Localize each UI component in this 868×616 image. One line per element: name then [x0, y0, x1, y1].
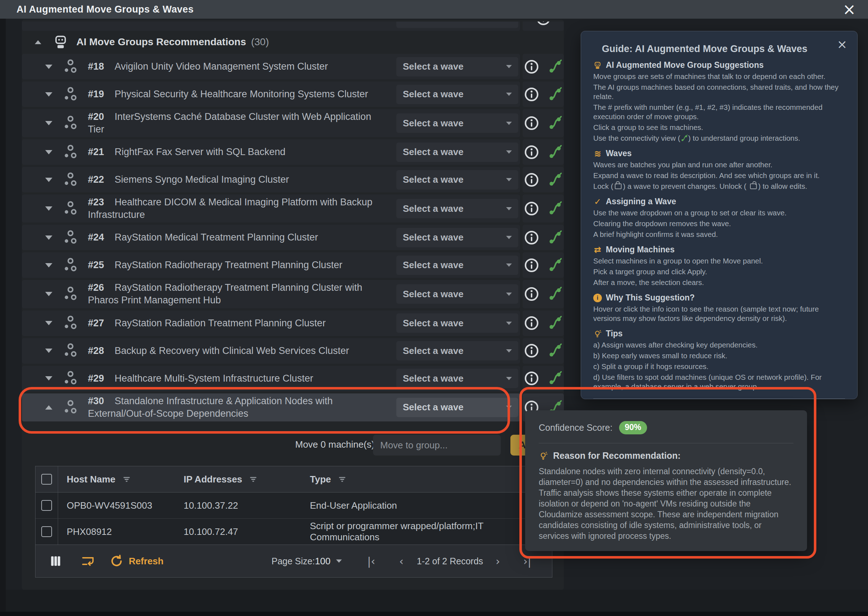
move-group-row[interactable]: #25 RayStation Radiotherapy Treatment Pl… [22, 252, 564, 278]
connectivity-icon[interactable] [547, 230, 563, 245]
filter-icon[interactable] [337, 474, 348, 485]
wave-select-dropdown[interactable]: Select a wave [396, 398, 518, 417]
info-icon[interactable] [524, 86, 539, 102]
move-group-label: #30 Standalone Infrastructure & Applicat… [88, 395, 396, 420]
wave-select-dropdown[interactable]: Select a wave [396, 341, 518, 360]
recommendations-header[interactable]: AI Move Groups Recommendations (30) [22, 34, 564, 50]
wave-select-dropdown[interactable]: Select a wave [396, 85, 518, 104]
expand-caret-icon[interactable] [45, 376, 53, 380]
expand-caret-icon[interactable] [45, 92, 53, 97]
info-icon[interactable] [524, 315, 539, 331]
guide-close-icon[interactable]: × [837, 37, 848, 51]
page-size-dropdown[interactable]: 100 [315, 556, 342, 567]
refresh-button[interactable]: Refresh [110, 554, 164, 568]
guide-section: ⇄Moving MachinesSelect machines in a gro… [593, 245, 845, 287]
next-page-icon[interactable]: › [496, 555, 500, 567]
connectivity-icon[interactable] [547, 115, 563, 131]
move-group-row[interactable]: #30 Standalone Infrastructure & Applicat… [22, 393, 564, 421]
expand-caret-icon[interactable] [45, 178, 53, 182]
connectivity-icon[interactable] [547, 144, 563, 160]
move-group-number: #27 [88, 318, 104, 328]
connectivity-icon[interactable] [547, 59, 563, 75]
connectivity-icon[interactable] [547, 343, 563, 358]
expand-caret-icon[interactable] [45, 292, 53, 296]
expand-caret-icon[interactable] [45, 263, 53, 267]
row-checkbox[interactable] [41, 526, 52, 537]
filter-icon[interactable] [121, 474, 132, 485]
move-group-row[interactable]: #21 RightFax Fax Server with SQL Backend… [22, 139, 564, 165]
wrap-text-icon[interactable] [81, 554, 95, 568]
records-count: 1-2 of 2 Records [417, 556, 483, 566]
wave-select-dropdown[interactable]: Select a wave [396, 113, 518, 133]
move-to-group-input[interactable] [373, 435, 501, 456]
table-row[interactable]: PHX08912 10.100.72.47 Script or programm… [36, 519, 552, 545]
guide-line: Select machines in a group to open the M… [593, 256, 845, 266]
wave-select-dropdown[interactable]: Select a wave [396, 199, 518, 218]
move-group-label: #23 Healthcare DICOM & Medical Imaging P… [88, 196, 396, 221]
row-checkbox[interactable] [41, 500, 52, 511]
info-icon[interactable] [524, 343, 539, 358]
info-icon[interactable] [524, 115, 539, 131]
connectivity-icon[interactable] [547, 86, 563, 102]
expand-caret-icon[interactable] [45, 64, 53, 69]
waves-icon: ≋ [593, 149, 602, 158]
filter-icon[interactable] [248, 474, 259, 485]
move-count-label: Move 0 machine(s) to [295, 439, 385, 450]
select-all-checkbox[interactable] [41, 474, 52, 485]
move-machines-bar: Move 0 machine(s) to Apply [22, 432, 564, 458]
connectivity-icon[interactable] [547, 172, 563, 188]
expand-caret-icon[interactable] [45, 321, 53, 325]
info-icon[interactable] [524, 371, 539, 386]
info-icon[interactable] [524, 59, 539, 75]
info-icon[interactable] [524, 230, 539, 245]
wave-select-dropdown[interactable]: Select a wave [396, 228, 518, 247]
connectivity-icon[interactable] [547, 258, 563, 273]
move-group-row[interactable]: #29 Healthcare Multi-System Infrastructu… [22, 366, 564, 391]
host-name-cell: PHX08912 [67, 526, 112, 537]
first-page-icon[interactable]: |‹ [367, 555, 375, 567]
previous-page-icon[interactable]: ‹ [399, 555, 404, 567]
connectivity-icon[interactable] [547, 371, 563, 386]
expand-caret-icon[interactable] [45, 206, 53, 211]
expand-caret-icon[interactable] [45, 121, 53, 125]
move-group-row[interactable]: #28 Backup & Recovery with Clinical Web … [22, 338, 564, 364]
move-group-row[interactable]: #18 Avigilon Unity Video Management Syst… [22, 54, 564, 79]
connectivity-icon[interactable] [547, 286, 563, 302]
info-icon[interactable] [524, 286, 539, 302]
wave-select-dropdown[interactable]: Select a wave [396, 170, 518, 190]
move-group-row[interactable]: #27 RayStation Radiation Treatment Plann… [22, 311, 564, 336]
move-group-number: #24 [88, 232, 104, 243]
expand-caret-icon[interactable] [45, 236, 53, 240]
wave-select-dropdown[interactable]: Select a wave [396, 143, 518, 162]
info-icon[interactable] [524, 172, 539, 188]
connectivity-icon[interactable] [547, 201, 563, 217]
wave-select-dropdown[interactable]: Select a wave [396, 369, 518, 388]
dropdown-caret-icon [506, 292, 512, 296]
move-group-row[interactable]: #26 RayStation Radiotherapy Treatment Pl… [22, 280, 564, 308]
move-group-row[interactable]: #22 Siemens Syngo Medical Imaging Cluste… [22, 167, 564, 192]
expand-caret-icon[interactable] [45, 150, 53, 154]
wave-select-dropdown[interactable]: Select a wave [396, 313, 518, 333]
last-page-icon[interactable]: ›| [523, 555, 531, 567]
table-row[interactable]: OPB0-WV4591S003 10.100.37.22 End-User Ap… [36, 492, 552, 519]
info-icon[interactable] [524, 144, 539, 160]
modal-close-icon[interactable]: × [843, 2, 856, 17]
info-icon[interactable] [524, 258, 539, 273]
move-group-row[interactable]: #23 Healthcare DICOM & Medical Imaging P… [22, 195, 564, 223]
columns-icon[interactable] [49, 554, 63, 568]
move-group-row[interactable]: #19 Physical Security & Healthcare Monit… [22, 82, 564, 107]
wave-select-dropdown[interactable]: Select a wave [396, 256, 518, 275]
collapse-caret-icon[interactable] [35, 40, 41, 44]
connectivity-icon[interactable] [547, 315, 563, 331]
modal-title: AI Augmented Move Groups & Waves [17, 4, 194, 15]
clipped-row-bar [22, 22, 520, 31]
reason-text: Standalone nodes with zero internal conn… [539, 466, 793, 541]
expand-caret-icon[interactable] [45, 349, 53, 353]
wave-select-dropdown[interactable]: Select a wave [396, 284, 518, 304]
dropdown-caret-icon [506, 65, 512, 68]
expand-caret-icon[interactable] [45, 405, 53, 410]
move-group-row[interactable]: #24 RayStation Medical Treatment Plannin… [22, 225, 564, 250]
info-icon[interactable] [524, 201, 539, 217]
wave-select-dropdown[interactable]: Select a wave [396, 57, 518, 77]
move-group-row[interactable]: #20 InterSystems Caché Database Cluster … [22, 109, 564, 137]
